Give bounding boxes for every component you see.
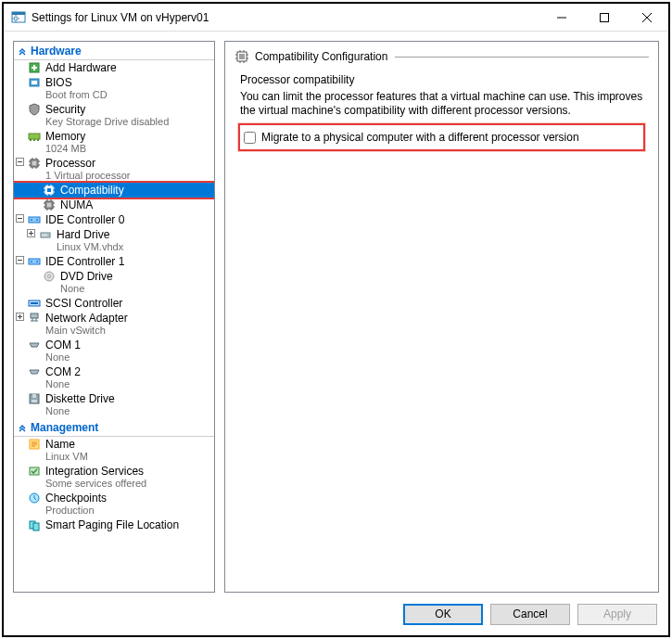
details-panel: Compatibility Configuration Processor co… — [224, 41, 659, 593]
controller-icon — [27, 213, 42, 226]
svg-rect-28 — [29, 259, 40, 264]
processor-icon — [42, 184, 57, 197]
tree-item-dvd[interactable]: DVD DriveNone — [14, 269, 214, 296]
section-header-management[interactable]: Management — [14, 418, 214, 437]
processor-icon — [235, 49, 249, 64]
tree-item-com1[interactable]: COM 1None — [14, 338, 214, 364]
section-header-hardware[interactable]: Hardware — [14, 42, 214, 60]
svg-rect-34 — [31, 302, 38, 304]
migrate-checkbox-label: Migrate to a physical computer with a di… — [261, 131, 579, 144]
svg-rect-3 — [601, 13, 609, 21]
svg-rect-12 — [37, 139, 39, 141]
maximize-button[interactable] — [583, 4, 626, 32]
migrate-checkbox[interactable] — [244, 132, 256, 144]
svg-rect-44 — [33, 523, 39, 530]
memory-icon — [27, 130, 42, 143]
expand-toggle[interactable] — [27, 229, 38, 237]
tree-item-diskette[interactable]: Diskette DriveNone — [14, 391, 214, 418]
svg-rect-6 — [32, 67, 37, 69]
svg-rect-38 — [32, 394, 36, 398]
group-header: Compatibility Configuration — [235, 49, 649, 64]
serial-icon — [27, 339, 42, 351]
svg-rect-46 — [239, 54, 245, 59]
processor-compat-section: Processor compatibility You can limit th… — [235, 73, 649, 151]
tree-item-numa[interactable]: NUMA — [14, 198, 214, 212]
svg-point-23 — [36, 219, 38, 221]
collapse-icon — [18, 423, 31, 432]
svg-point-26 — [47, 235, 49, 236]
processor-icon — [27, 157, 42, 170]
tree-item-checkpoints[interactable]: CheckpointsProduction — [14, 491, 214, 518]
tree-item-bios[interactable]: BIOSBoot from CD — [14, 75, 214, 102]
cancel-button[interactable]: Cancel — [490, 604, 570, 625]
svg-rect-1 — [12, 12, 25, 15]
svg-point-30 — [36, 261, 38, 262]
svg-rect-9 — [29, 134, 40, 139]
tree-item-com2[interactable]: COM 2None — [14, 364, 214, 391]
svg-point-32 — [48, 275, 51, 278]
tree-item-ide-0[interactable]: IDE Controller 0 — [14, 212, 214, 227]
tree-item-name[interactable]: NameLinux VM — [14, 437, 214, 464]
svg-rect-19 — [47, 203, 51, 207]
titlebar: Settings for Linux VM on vHyperv01 — [4, 4, 668, 32]
tree-item-processor[interactable]: Processor1 Virtual processor — [14, 156, 214, 183]
tree-item-add-hardware[interactable]: Add Hardware — [14, 60, 214, 75]
svg-rect-11 — [33, 139, 35, 141]
app-icon — [11, 10, 26, 25]
minimize-button[interactable] — [540, 4, 583, 32]
shield-icon — [27, 103, 42, 116]
diskette-icon — [27, 392, 42, 405]
svg-point-29 — [31, 261, 32, 262]
settings-window: Settings for Linux VM on vHyperv01 Hardw… — [2, 2, 670, 637]
collapse-toggle[interactable] — [16, 214, 27, 223]
window-title: Settings for Linux VM on vHyperv01 — [32, 11, 540, 24]
collapse-toggle[interactable] — [16, 158, 27, 166]
svg-rect-17 — [47, 188, 51, 192]
dvd-icon — [42, 270, 57, 283]
tree-item-compatibility[interactable]: Compatibility — [14, 183, 214, 198]
divider — [395, 57, 649, 58]
svg-rect-8 — [32, 81, 37, 84]
harddrive-icon — [38, 228, 53, 241]
tree-item-memory[interactable]: Memory1024 MB — [14, 129, 214, 156]
expand-toggle[interactable] — [16, 313, 27, 321]
network-icon — [27, 312, 42, 325]
bios-icon — [27, 76, 42, 89]
controller-icon — [27, 297, 42, 310]
tree-scroll[interactable]: Add Hardware BIOSBoot from CD SecurityKe… — [14, 60, 214, 592]
dialog-footer: OK Cancel Apply — [4, 593, 668, 635]
tree-item-scsi[interactable]: SCSI Controller — [14, 296, 214, 311]
navigation-tree: Hardware Add Hardware BIOSBoot from CD S… — [13, 41, 215, 593]
tree-item-hard-drive[interactable]: Hard DriveLinux VM.vhdx — [14, 227, 214, 254]
svg-point-22 — [31, 219, 32, 221]
section-description: You can limit the processor features tha… — [240, 90, 643, 118]
tree-item-integration[interactable]: Integration ServicesSome services offere… — [14, 464, 214, 491]
add-hardware-icon — [27, 61, 42, 74]
ok-button[interactable]: OK — [403, 604, 483, 625]
name-icon — [27, 438, 42, 451]
svg-rect-15 — [32, 161, 36, 165]
close-button[interactable] — [626, 4, 668, 32]
tree-item-security[interactable]: SecurityKey Storage Drive disabled — [14, 102, 214, 129]
tree-item-smart-paging[interactable]: Smart Paging File Location — [14, 518, 214, 532]
section-label: Processor compatibility — [240, 73, 643, 86]
processor-icon — [42, 198, 57, 211]
svg-rect-39 — [32, 400, 37, 403]
svg-rect-36 — [31, 313, 38, 318]
tree-item-ide-1[interactable]: IDE Controller 1 — [14, 254, 214, 269]
svg-rect-21 — [29, 217, 40, 223]
serial-icon — [27, 365, 42, 378]
section-label: Hardware — [31, 45, 82, 58]
collapse-toggle[interactable] — [16, 256, 27, 264]
integration-icon — [27, 465, 42, 478]
collapse-icon — [18, 46, 31, 56]
controller-icon — [27, 255, 42, 268]
svg-rect-10 — [30, 139, 32, 141]
highlight-migrate-checkbox: Migrate to a physical computer with a di… — [238, 123, 645, 151]
tree-item-network[interactable]: Network AdapterMain vSwitch — [14, 311, 214, 338]
checkpoints-icon — [27, 492, 42, 505]
group-title: Compatibility Configuration — [255, 50, 387, 63]
apply-button[interactable]: Apply — [577, 604, 657, 625]
paging-icon — [27, 518, 42, 531]
highlight-compatibility: Compatibility — [14, 181, 214, 199]
